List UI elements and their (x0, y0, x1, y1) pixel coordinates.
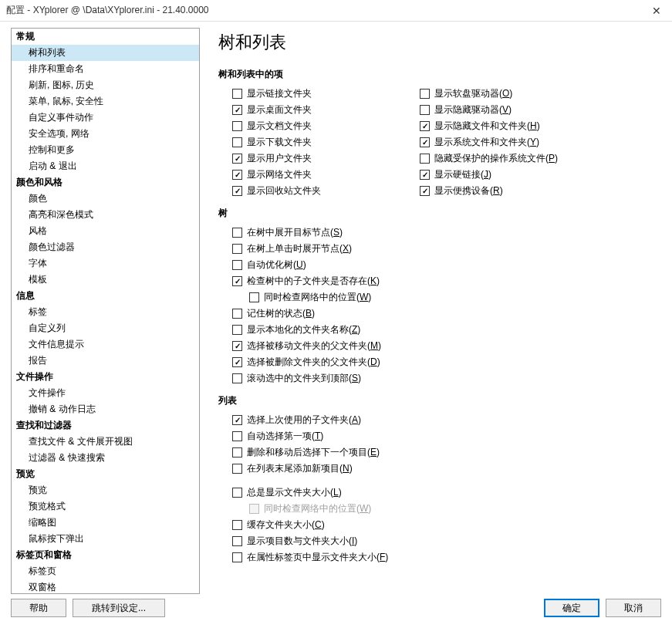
option-row[interactable]: 显示系统文件和文件夹(Y) (420, 134, 558, 150)
sidebar-item[interactable]: 字体 (12, 255, 199, 272)
option-row[interactable]: 显示网络文件夹 (232, 167, 321, 183)
checkbox[interactable] (232, 373, 242, 383)
sidebar-item[interactable]: 控制和更多 (12, 142, 199, 158)
sidebar-item[interactable]: 文件操作 (12, 385, 199, 401)
option-row[interactable]: 选择被移动文件夹的父文件夹(M) (232, 338, 657, 354)
option-row[interactable]: 显示便携设备(R) (420, 183, 558, 199)
option-row[interactable]: 选择上次使用的子文件夹(A) (232, 412, 657, 428)
sidebar-item[interactable]: 撤销 & 动作日志 (12, 401, 199, 417)
checkbox[interactable] (232, 552, 242, 562)
checkbox[interactable] (420, 186, 430, 196)
option-row[interactable]: 显示本地化的文件夹名称(Z) (232, 322, 657, 338)
help-button[interactable]: 帮助 (11, 599, 66, 617)
checkbox[interactable] (232, 488, 242, 498)
checkbox[interactable] (232, 244, 242, 254)
option-row[interactable]: 显示硬链接(J) (420, 167, 558, 183)
option-row[interactable]: 删除和移动后选择下一个项目(E) (232, 444, 657, 461)
sidebar-item[interactable]: 排序和重命名 (12, 61, 199, 77)
checkbox[interactable] (232, 137, 242, 147)
option-row[interactable]: 显示软盘驱动器(O) (420, 86, 558, 102)
option-row[interactable]: 滚动选中的文件夹到顶部(S) (232, 370, 657, 387)
sidebar-item[interactable]: 文件信息提示 (12, 336, 199, 353)
option-row[interactable]: 显示下载文件夹 (232, 134, 321, 150)
option-row[interactable]: 显示隐藏文件和文件夹(H) (420, 118, 558, 134)
cancel-button[interactable]: 取消 (606, 599, 661, 617)
sidebar-item[interactable]: 自定义列 (12, 320, 199, 336)
checkbox[interactable] (420, 137, 430, 147)
option-label: 显示便携设备(R) (434, 184, 503, 198)
checkbox[interactable] (232, 260, 242, 270)
option-row[interactable]: 显示项目数与文件夹大小(I) (232, 533, 657, 549)
checkbox[interactable] (232, 309, 242, 319)
sidebar-item[interactable]: 高亮和深色模式 (12, 207, 199, 223)
checkbox[interactable] (232, 520, 242, 530)
checkbox[interactable] (232, 447, 242, 457)
sidebar-item[interactable]: 标签页 (12, 563, 199, 579)
checkbox[interactable] (420, 121, 430, 131)
checkbox[interactable] (249, 292, 259, 302)
option-row[interactable]: 在列表末尾添加新项目(N) (232, 461, 657, 477)
checkbox[interactable] (420, 170, 430, 180)
checkbox[interactable] (420, 154, 430, 164)
checkbox[interactable] (232, 186, 242, 196)
checkbox[interactable] (232, 325, 242, 335)
checkbox[interactable] (232, 105, 242, 115)
checkbox[interactable] (232, 228, 242, 238)
option-row[interactable]: 记住树的状态(B) (232, 306, 657, 322)
ok-button[interactable]: 确定 (544, 599, 599, 617)
sidebar-item[interactable]: 颜色过滤器 (12, 239, 199, 255)
option-row[interactable]: 在树中展开目标节点(S) (232, 225, 657, 241)
option-row[interactable]: 在属性标签页中显示文件夹大小(F) (232, 549, 657, 566)
option-row[interactable]: 显示隐藏驱动器(V) (420, 102, 558, 118)
sidebar-item[interactable]: 查找文件 & 文件展开视图 (12, 434, 199, 450)
checkbox[interactable] (232, 431, 242, 441)
checkbox[interactable] (232, 341, 242, 351)
option-row[interactable]: 总是显示文件夹大小(L) (232, 485, 657, 501)
sidebar-item[interactable]: 菜单, 鼠标, 安全性 (12, 93, 199, 110)
option-row[interactable]: 在树上单击时展开节点(X) (232, 241, 657, 257)
option-row[interactable]: 自动选择第一项(T) (232, 428, 657, 444)
option-row[interactable]: 选择被删除文件夹的父文件夹(D) (232, 354, 657, 370)
checkbox[interactable] (232, 89, 242, 99)
option-label: 显示隐藏驱动器(V) (434, 103, 512, 117)
sidebar-item[interactable]: 缩略图 (12, 515, 199, 531)
sidebar-item[interactable]: 安全选项, 网络 (12, 126, 199, 142)
option-row[interactable]: 显示回收站文件夹 (232, 183, 321, 199)
sidebar-item[interactable]: 鼠标按下弹出 (12, 531, 199, 547)
checkbox[interactable] (232, 536, 242, 546)
checkbox[interactable] (420, 105, 430, 115)
option-row[interactable]: 显示文档文件夹 (232, 118, 321, 134)
checkbox[interactable] (420, 89, 430, 99)
option-row[interactable]: 显示用户文件夹 (232, 150, 321, 167)
option-row[interactable]: 同时检查网络中的位置(W) (249, 289, 657, 306)
checkbox[interactable] (232, 464, 242, 474)
option-row[interactable]: 隐藏受保护的操作系统文件(P) (420, 150, 558, 167)
sidebar-item[interactable]: 报告 (12, 353, 199, 369)
sidebar-item[interactable]: 树和列表 (12, 45, 199, 61)
sidebar-item[interactable]: 刷新, 图标, 历史 (12, 77, 199, 93)
checkbox[interactable] (232, 170, 242, 180)
option-row[interactable]: 检查树中的子文件夹是否存在(K) (232, 273, 657, 289)
sidebar-item[interactable]: 模板 (12, 272, 199, 288)
sidebar-item[interactable]: 预览格式 (12, 498, 199, 515)
option-row[interactable]: 显示链接文件夹 (232, 86, 321, 102)
option-row[interactable]: 显示桌面文件夹 (232, 102, 321, 118)
sidebar-item[interactable]: 颜色 (12, 191, 199, 207)
sidebar-item[interactable]: 启动 & 退出 (12, 158, 199, 174)
sidebar-item[interactable]: 标签 (12, 304, 199, 320)
section-title-tree: 树 (218, 207, 657, 220)
sidebar-item[interactable]: 过滤器 & 快速搜索 (12, 450, 199, 466)
close-icon[interactable]: ✕ (641, 0, 672, 22)
sidebar-item[interactable]: 预览 (12, 482, 199, 498)
checkbox[interactable] (232, 357, 242, 367)
option-row[interactable]: 自动优化树(U) (232, 257, 657, 273)
checkbox[interactable] (232, 415, 242, 425)
checkbox[interactable] (232, 276, 242, 286)
sidebar-item[interactable]: 双窗格 (12, 579, 199, 594)
sidebar-item[interactable]: 风格 (12, 223, 199, 239)
checkbox[interactable] (232, 121, 242, 131)
option-row[interactable]: 缓存文件夹大小(C) (232, 517, 657, 533)
checkbox[interactable] (232, 154, 242, 164)
jump-button[interactable]: 跳转到设定... (73, 599, 165, 617)
sidebar-item[interactable]: 自定义事件动作 (12, 110, 199, 126)
